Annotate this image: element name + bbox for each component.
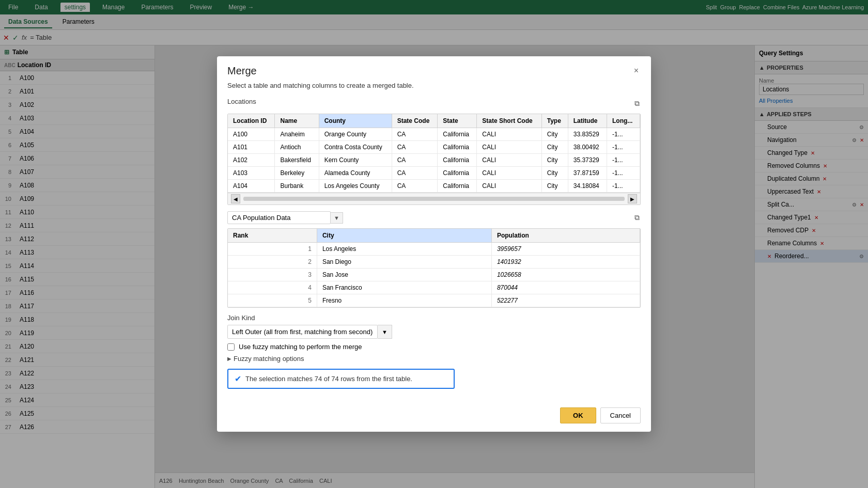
scroll-left-arrow[interactable]: ◀ (231, 194, 240, 203)
cell-rank: 5 (228, 294, 317, 307)
scroll-track[interactable] (243, 197, 625, 201)
cell-pop: 3959657 (491, 243, 640, 256)
join-kind-select[interactable]: Left Outer (all from first, matching fro… (227, 325, 378, 339)
cell-name: Anaheim (275, 128, 319, 141)
cell-city: San Diego (317, 256, 491, 269)
cell-id: A101 (228, 141, 275, 154)
col-header-lat[interactable]: Latitude (568, 114, 607, 128)
first-table-wrapper: Location ID Name County State Code State… (227, 114, 641, 205)
merge-dialog: Merge × Select a table and matching colu… (217, 56, 651, 432)
table-row[interactable]: A101 Antioch Contra Costa County CA Cali… (228, 141, 640, 154)
scroll-right-arrow[interactable]: ▶ (628, 194, 637, 203)
col-header-county[interactable]: County (319, 114, 392, 128)
cell-id: A103 (228, 167, 275, 180)
table-row[interactable]: 5 Fresno 522277 (228, 294, 640, 307)
cell-short: CALI (477, 167, 541, 180)
table-row[interactable]: A102 Bakersfield Kern County CA Californ… (228, 154, 640, 167)
cell-pop: 1026658 (491, 269, 640, 281)
col-header-type[interactable]: Type (541, 114, 568, 128)
col-header-city[interactable]: City (317, 229, 491, 243)
second-table-dropdown[interactable]: CA Population Data (227, 211, 331, 224)
col-header-short-code[interactable]: State Short Code (477, 114, 541, 128)
fuzzy-options-expander[interactable]: ▶ Fuzzy matching options (227, 355, 641, 363)
cell-name: Bakersfield (275, 154, 319, 167)
fuzzy-checkbox-label: Use fuzzy matching to perform the merge (239, 343, 362, 351)
table-row[interactable]: 1 Los Angeles 3959657 (228, 243, 640, 256)
table-row[interactable]: 2 San Diego 1401932 (228, 256, 640, 269)
modal-title: Merge (227, 65, 257, 77)
cancel-button[interactable]: Cancel (600, 407, 641, 423)
cell-state-code: CA (392, 154, 438, 167)
join-dropdown-wrapper: Left Outer (all from first, matching fro… (227, 325, 641, 339)
first-table-external-link[interactable]: ⧉ (633, 98, 641, 109)
modal-overlay[interactable]: Merge × Select a table and matching colu… (0, 0, 868, 488)
table-row[interactable]: A104 Burbank Los Angeles County CA Calif… (228, 180, 640, 193)
fuzzy-checkbox-row: Use fuzzy matching to perform the merge (227, 343, 641, 351)
expand-triangle-icon: ▶ (227, 356, 231, 361)
ok-button[interactable]: OK (560, 407, 596, 423)
cell-name: Berkeley (275, 167, 319, 180)
first-table-label: Locations (227, 98, 256, 105)
cell-state: California (438, 141, 477, 154)
cell-state: California (438, 167, 477, 180)
cell-state: California (438, 128, 477, 141)
table-row[interactable]: A100 Anaheim Orange County CA California… (228, 128, 640, 141)
cell-state-code: CA (392, 180, 438, 193)
col-header-state-code[interactable]: State Code (392, 114, 438, 128)
second-table-dropdown-arrow[interactable]: ▼ (331, 212, 343, 224)
cell-city: San Jose (317, 269, 491, 281)
col-header-location-id[interactable]: Location ID (228, 114, 275, 128)
cell-id: A100 (228, 128, 275, 141)
col-header-population[interactable]: Population (491, 229, 640, 243)
cell-id: A104 (228, 180, 275, 193)
cell-state: California (438, 180, 477, 193)
cell-pop: 522277 (491, 294, 640, 307)
modal-footer: OK Cancel (217, 403, 651, 432)
cell-county: Orange County (319, 128, 392, 141)
modal-titlebar: Merge × (217, 56, 651, 82)
cell-state: California (438, 154, 477, 167)
second-table-external-link[interactable]: ⧉ (633, 212, 641, 223)
close-button[interactable]: × (632, 65, 641, 77)
cell-state-code: CA (392, 128, 438, 141)
col-header-name[interactable]: Name (275, 114, 319, 128)
cell-lon: -1... (607, 180, 640, 193)
cell-type: City (541, 141, 568, 154)
second-table: Rank City Population 1 Los Angeles 39596… (228, 229, 640, 307)
cell-short: CALI (477, 141, 541, 154)
cell-type: City (541, 154, 568, 167)
join-kind-label: Join Kind (227, 314, 641, 322)
second-table-section: CA Population Data ▼ ⧉ Rank City Populat… (227, 211, 641, 308)
col-header-state[interactable]: State (438, 114, 477, 128)
table-row[interactable]: 3 San Jose 1026658 (228, 269, 640, 281)
col-header-lon[interactable]: Long... (607, 114, 640, 128)
cell-id: A102 (228, 154, 275, 167)
cell-short: CALI (477, 128, 541, 141)
table-row[interactable]: A103 Berkeley Alameda County CA Californ… (228, 167, 640, 180)
cell-name: Burbank (275, 180, 319, 193)
cell-lon: -1... (607, 141, 640, 154)
modal-subtitle: Select a table and matching columns to c… (227, 82, 641, 89)
cell-rank: 2 (228, 256, 317, 269)
cell-rank: 1 (228, 243, 317, 256)
cell-county: Kern County (319, 154, 392, 167)
cell-lat: 37.87159 (568, 167, 607, 180)
cell-lon: -1... (607, 167, 640, 180)
cell-short: CALI (477, 180, 541, 193)
selection-status-text: The selection matches 74 of 74 rows from… (245, 375, 412, 383)
selection-status-bar: ✔ The selection matches 74 of 74 rows fr… (227, 369, 455, 389)
cell-pop: 870044 (491, 281, 640, 294)
cell-city: Fresno (317, 294, 491, 307)
cell-type: City (541, 180, 568, 193)
join-kind-arrow[interactable]: ▼ (378, 325, 392, 339)
cell-state-code: CA (392, 141, 438, 154)
cell-pop: 1401932 (491, 256, 640, 269)
cell-county: Alameda County (319, 167, 392, 180)
fuzzy-options-label: Fuzzy matching options (234, 355, 304, 363)
join-kind-section: Join Kind Left Outer (all from first, ma… (227, 314, 641, 389)
fuzzy-checkbox[interactable] (227, 343, 235, 351)
table-row[interactable]: 4 San Francisco 870044 (228, 281, 640, 294)
col-header-rank[interactable]: Rank (228, 229, 317, 243)
cell-type: City (541, 167, 568, 180)
first-table-section: Locations ⧉ Location ID Name County Stat… (227, 98, 641, 205)
